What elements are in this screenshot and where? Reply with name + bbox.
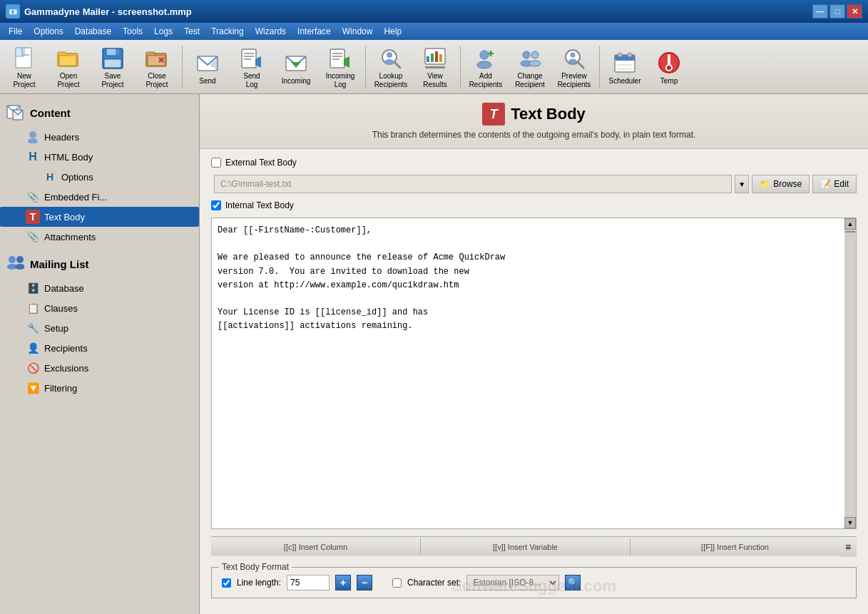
line-length-plus-button[interactable]: + — [335, 575, 351, 590]
main-layout: Content Headers H HTML Body H Options 📎 … — [0, 94, 868, 614]
sidebar-recipients-label: Recipients — [44, 343, 88, 354]
new-project-button[interactable]: NewProject — [3, 43, 46, 91]
menu-window[interactable]: Window — [337, 25, 379, 38]
editor-scrollbar[interactable]: ▲ ▼ — [844, 218, 856, 528]
sidebar-headers-label: Headers — [44, 132, 79, 143]
svg-line-47 — [578, 62, 583, 68]
close-project-label: CloseProject — [145, 72, 168, 89]
page-title-icon: T — [482, 103, 505, 126]
save-project-button[interactable]: SaveProject — [91, 43, 134, 91]
sidebar-item-text-body[interactable]: T Text Body — [0, 207, 199, 227]
recipients-icon: 👤 — [26, 341, 40, 355]
change-recipient-button[interactable]: ChangeRecipient — [509, 43, 551, 91]
menu-test[interactable]: Test — [178, 25, 205, 38]
preview-recipients-button[interactable]: PreviewRecipients — [553, 43, 596, 91]
open-project-label: OpenProject — [57, 72, 79, 89]
title-bar: 📧 Gammadyne Mailer - screenshot.mmp — □ … — [0, 0, 868, 23]
toolbar-sep-1 — [182, 46, 183, 88]
text-editor[interactable] — [212, 218, 844, 528]
svg-rect-35 — [435, 51, 438, 62]
maximize-button[interactable]: □ — [829, 4, 845, 19]
character-set-search-button[interactable]: 🔍 — [565, 575, 581, 590]
svg-rect-23 — [330, 49, 344, 68]
insert-buttons-row: [[c]] Insert Column [[v]] Insert Variabl… — [211, 536, 857, 557]
sidebar-item-recipients[interactable]: 👤 Recipients — [0, 338, 199, 358]
sidebar-item-headers[interactable]: Headers — [0, 127, 199, 147]
send-log-button[interactable]: SendLog — [230, 43, 273, 91]
svg-rect-7 — [104, 59, 121, 68]
internal-text-body-checkbox[interactable] — [211, 200, 221, 210]
close-button[interactable]: ✕ — [847, 4, 862, 19]
scroll-down-arrow[interactable]: ▼ — [844, 517, 856, 528]
menu-wizards[interactable]: Wizards — [250, 25, 292, 38]
menu-tools[interactable]: Tools — [117, 25, 148, 38]
external-text-body-checkbox[interactable] — [211, 158, 221, 168]
edit-button[interactable]: 📝 Edit — [812, 175, 857, 193]
sidebar-item-filtering[interactable]: 🔽 Filtering — [0, 378, 199, 398]
insert-function-button[interactable]: [[F]] Insert Function — [630, 538, 839, 556]
lookup-recipients-button[interactable]: LookupRecipients — [369, 43, 412, 91]
insert-column-label: [[c]] Insert Column — [284, 543, 347, 551]
open-project-button[interactable]: OpenProject — [47, 43, 90, 91]
menu-file[interactable]: File — [3, 25, 28, 38]
window-controls: — □ ✕ — [812, 4, 862, 19]
internal-text-body-label[interactable]: Internal Text Body — [225, 200, 294, 210]
sidebar-item-database[interactable]: 🗄️ Database — [0, 278, 199, 298]
scheduler-icon — [612, 50, 638, 76]
svg-point-62 — [29, 131, 36, 138]
more-button[interactable]: ≡ — [839, 537, 857, 557]
insert-variable-button[interactable]: [[v]] Insert Variable — [421, 538, 630, 556]
menu-logs[interactable]: Logs — [148, 25, 178, 38]
svg-rect-4 — [59, 56, 76, 66]
scheduler-button[interactable]: Scheduler — [603, 43, 646, 91]
external-text-body-label[interactable]: External Text Body — [225, 158, 297, 168]
line-length-minus-button[interactable]: − — [357, 575, 372, 590]
filepath-input[interactable] — [214, 175, 732, 193]
new-project-icon — [11, 46, 37, 71]
send-button[interactable]: Send — [186, 43, 229, 91]
scroll-up-arrow[interactable]: ▲ — [844, 218, 856, 230]
minimize-button[interactable]: — — [812, 4, 828, 19]
html-body-icon: H — [26, 150, 40, 164]
menu-options[interactable]: Options — [28, 25, 68, 38]
menu-tracking[interactable]: Tracking — [205, 25, 250, 38]
close-project-button[interactable]: CloseProject — [136, 43, 178, 91]
sidebar-item-exclusions[interactable]: 🚫 Exclusions — [0, 358, 199, 378]
temp-button[interactable]: Temp — [648, 43, 690, 91]
change-recipient-label: ChangeRecipient — [515, 72, 545, 89]
sidebar-item-setup[interactable]: 🔧 Setup — [0, 318, 199, 338]
sidebar-item-attachments[interactable]: 📎 Attachments — [0, 227, 199, 247]
sidebar-section-mailing-list: Mailing List — [0, 250, 199, 278]
mailing-list-icon — [6, 254, 26, 274]
menu-help[interactable]: Help — [378, 25, 407, 38]
sidebar-item-embedded-files[interactable]: 📎 Embedded Fi... — [0, 187, 199, 207]
sidebar-item-options[interactable]: H Options — [0, 167, 199, 187]
external-text-body-row: External Text Body — [211, 158, 857, 168]
sidebar-item-html-body[interactable]: H HTML Body — [0, 147, 199, 167]
add-recipients-button[interactable]: AddRecipients — [464, 43, 507, 91]
svg-point-42 — [523, 51, 530, 58]
line-length-checkbox[interactable] — [222, 578, 231, 588]
filepath-dropdown-arrow[interactable]: ▼ — [735, 175, 749, 193]
menu-interface[interactable]: Interface — [292, 25, 337, 38]
svg-point-45 — [529, 61, 541, 66]
new-project-label: NewProject — [13, 72, 35, 89]
character-set-checkbox[interactable] — [392, 578, 402, 588]
page-title: T Text Body — [214, 103, 854, 126]
line-length-input[interactable] — [287, 575, 330, 590]
scroll-thumb[interactable] — [845, 231, 855, 232]
view-results-button[interactable]: ViewResults — [414, 43, 456, 91]
incoming-log-button[interactable]: IncomingLog — [319, 43, 362, 91]
menu-database[interactable]: Database — [69, 25, 117, 38]
sidebar-item-clauses[interactable]: 📋 Clauses — [0, 298, 199, 318]
change-recipient-icon — [517, 46, 543, 71]
svg-rect-6 — [106, 48, 116, 56]
page-title-text: Text Body — [511, 105, 586, 123]
browse-button[interactable]: 📁 Browse — [752, 175, 810, 193]
incoming-button[interactable]: Incoming — [275, 43, 317, 91]
insert-column-button[interactable]: [[c]] Insert Column — [211, 538, 421, 556]
text-editor-wrapper: ▲ ▼ — [211, 218, 857, 529]
close-project-icon — [144, 46, 170, 71]
character-set-select[interactable]: Estonian [ISO-8... — [466, 575, 559, 590]
send-label: Send — [199, 77, 215, 86]
